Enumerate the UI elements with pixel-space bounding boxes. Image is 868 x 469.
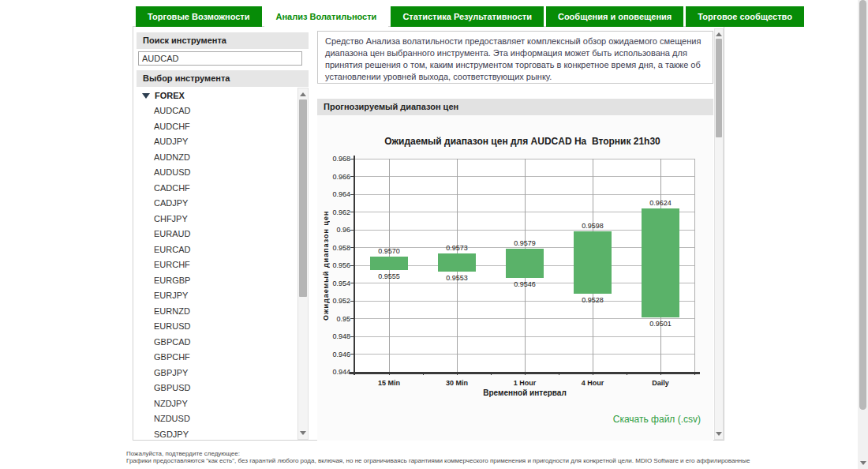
instrument-list-scrollbar[interactable] (297, 88, 309, 440)
range-bar-1-hour (506, 249, 544, 278)
chevron-down-icon (142, 93, 150, 99)
x-tick-label: 1 Hour (514, 379, 537, 387)
instrument-item-eurnzd[interactable]: EURNZD (137, 304, 297, 320)
y-tick-mark (350, 283, 354, 283)
instrument-item-gbpchf[interactable]: GBPCHF (137, 350, 297, 366)
scroll-down-icon[interactable] (300, 431, 306, 435)
bar-low-label: 0.9501 (649, 320, 672, 328)
search-instrument-header: Поиск инструмента (137, 32, 309, 49)
tab-2[interactable]: Анализ Волатильности (264, 6, 389, 27)
instrument-item-audusd[interactable]: AUDUSD (137, 165, 297, 181)
search-input[interactable] (138, 51, 302, 66)
bar-high-label: 0.9570 (378, 247, 400, 255)
scrollbar-thumb[interactable] (859, 0, 866, 410)
content-pane-scrollbar[interactable] (714, 28, 724, 440)
y-tick-mark (350, 354, 354, 355)
instrument-item-sgdjpy[interactable]: SGDJPY (137, 427, 297, 441)
y-tick-label: 0.946 (319, 351, 350, 358)
x-axis-line (350, 372, 700, 374)
instrument-item-gbpcad[interactable]: GBPCAD (137, 335, 297, 351)
tab-4[interactable]: Сообщения и оповещения (546, 6, 683, 27)
bar-high-label: 0.9573 (446, 244, 468, 252)
y-tick-label: 0.964 (319, 190, 350, 198)
y-tick-label: 0.944 (319, 368, 350, 376)
instrument-item-cadchf[interactable]: CADCHF (137, 181, 297, 197)
plot-right-border (694, 159, 695, 372)
range-bar-30-min (438, 253, 476, 272)
instrument-list: FOREX AUDCADAUDCHFAUDJPYAUDNZDAUDUSDCADC… (137, 88, 297, 440)
y-tick-mark (350, 265, 354, 266)
tab-3[interactable]: Статистика Результативности (391, 6, 544, 27)
instrument-item-gbpusd[interactable]: GBPUSD (137, 381, 297, 396)
chart-section: Ожидаемый диапазон цен для AUDCAD На Вто… (317, 115, 713, 441)
instrument-item-audnzd[interactable]: AUDNZD (137, 150, 297, 166)
y-tick-label: 0.95 (319, 315, 350, 323)
y-tick-mark (350, 318, 354, 319)
x-tick-label: 30 Min (446, 379, 468, 387)
instrument-item-eurgbp[interactable]: EURGBP (137, 273, 297, 289)
scroll-up-icon[interactable] (300, 92, 306, 96)
y-tick-mark (350, 247, 354, 248)
bar-low-label: 0.9553 (446, 274, 468, 282)
bar-low-label: 0.9546 (514, 280, 536, 288)
instrument-item-nzdusd[interactable]: NZDUSD (137, 411, 297, 427)
y-tick-label: 0.96 (319, 226, 350, 234)
scroll-up-icon[interactable] (716, 32, 722, 36)
instrument-item-nzdjpy[interactable]: NZDJPY (137, 396, 297, 412)
forecast-range-header: Прогнозируемый диапазон цен (317, 99, 713, 115)
bar-high-label: 0.9579 (514, 239, 536, 247)
scroll-down-icon[interactable] (860, 461, 866, 465)
instrument-item-cadjpy[interactable]: CADJPY (137, 196, 297, 212)
tab-5[interactable]: Торговое сообщество (686, 6, 804, 27)
scrollbar-thumb[interactable] (299, 99, 307, 297)
plot-area: 0.9440.9460.9480.950.9520.9540.9560.9580… (355, 159, 694, 372)
x-tick-label: 4 Hour (582, 379, 604, 387)
instrument-item-eurjpy[interactable]: EURJPY (137, 288, 297, 304)
instrument-item-gbpjpy[interactable]: GBPJPY (137, 366, 297, 381)
y-tick-mark (350, 230, 354, 231)
tab-bar: Торговые ВозможностиАнализ Волатильности… (136, 6, 804, 27)
y-tick-label: 0.952 (319, 297, 350, 305)
browser-scrollbar[interactable] (858, 0, 868, 469)
y-tick-mark (350, 194, 354, 195)
group-label: FOREX (155, 91, 185, 100)
disclaimer-line-1: Пожалуйста, подтвердите следующее: (126, 450, 860, 457)
download-csv-link[interactable]: Скачать файл (.csv) (613, 414, 701, 425)
instrument-item-eurusd[interactable]: EURUSD (137, 319, 297, 335)
tool-description: Средство Анализа волатильности предостав… (317, 31, 713, 84)
y-tick-mark (350, 301, 354, 302)
instrument-item-audchf[interactable]: AUDCHF (137, 119, 297, 135)
x-tick-label: Daily (652, 379, 669, 387)
scrollbar-thumb[interactable] (716, 39, 722, 137)
instrument-item-euraud[interactable]: EURAUD (137, 227, 297, 242)
range-bar-15-min (370, 257, 408, 270)
bar-high-label: 0.9598 (582, 222, 604, 230)
y-tick-label: 0.968 (319, 155, 350, 163)
instrument-item-chfjpy[interactable]: CHFJPY (137, 212, 297, 227)
y-tick-label: 0.948 (319, 332, 350, 340)
chart-x-axis-label: Временной интервал (355, 388, 694, 397)
instrument-item-audcad[interactable]: AUDCAD (137, 103, 297, 119)
instrument-item-eurcad[interactable]: EURCAD (137, 242, 297, 258)
y-tick-mark (350, 336, 354, 337)
y-tick-label: 0.962 (319, 208, 350, 216)
y-tick-label: 0.956 (319, 261, 350, 269)
disclaimer-line-2: Графики предоставляются "как есть", без … (126, 457, 860, 464)
y-tick-mark (350, 159, 354, 159)
select-instrument-header: Выбор инструмента (137, 70, 309, 87)
instrument-item-audjpy[interactable]: AUDJPY (137, 134, 297, 150)
instrument-group-forex[interactable]: FOREX (137, 88, 297, 103)
range-bar-4-hour (574, 231, 612, 294)
chart-title: Ожидаемый диапазон цен для AUDCAD На Вто… (349, 136, 696, 147)
scroll-down-icon[interactable] (716, 432, 722, 436)
range-bar-daily (642, 208, 679, 317)
y-tick-label: 0.954 (319, 280, 350, 287)
y-tick-mark (350, 212, 354, 212)
instrument-item-eurchf[interactable]: EURCHF (137, 257, 297, 273)
bar-low-label: 0.9555 (378, 272, 400, 280)
y-tick-label: 0.966 (319, 173, 350, 181)
tab-1[interactable]: Торговые Возможности (136, 6, 262, 27)
main-panel: Поиск инструмента Выбор инструмента FORE… (133, 26, 724, 441)
volatility-analysis-page: Торговые ВозможностиАнализ Волатильности… (0, 0, 868, 469)
disclaimer: Пожалуйста, подтвердите следующее: Графи… (126, 450, 860, 464)
